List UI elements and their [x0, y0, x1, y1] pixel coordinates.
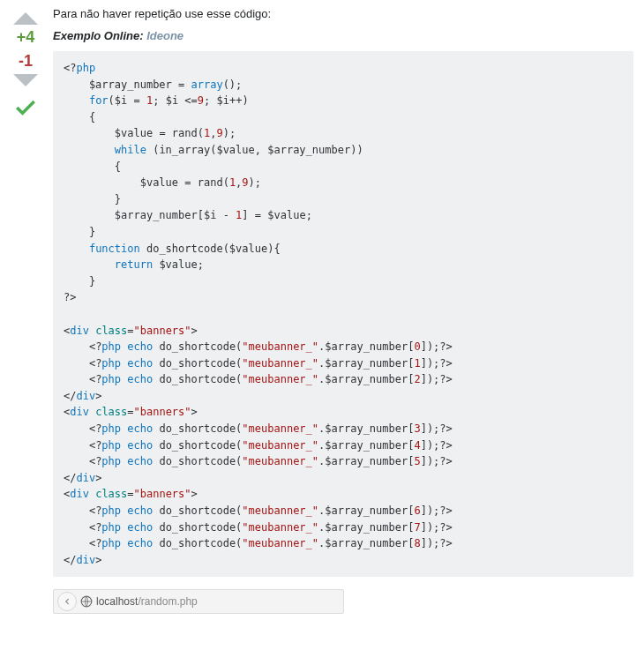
intro-text: Para não haver repetição use esse código…: [53, 7, 633, 20]
globe-icon: [80, 595, 93, 608]
upvote-icon[interactable]: [13, 12, 38, 25]
back-button[interactable]: [57, 592, 77, 611]
downvote-icon[interactable]: [13, 74, 38, 86]
accept-check-icon[interactable]: [13, 95, 38, 123]
vote-column: +4 -1: [7, 7, 44, 614]
code-block: <?php $array_number = array(); for($i = …: [53, 51, 633, 577]
vote-score-positive: +4: [17, 28, 35, 47]
example-link[interactable]: Ideone: [146, 29, 183, 42]
example-label: Exemplo Online:: [53, 29, 144, 42]
post-content: Para não haver repetição use esse código…: [44, 7, 633, 614]
vote-score-negative: -1: [19, 52, 33, 71]
url-host[interactable]: localhost: [96, 595, 138, 608]
browser-url-bar: localhost/random.php: [53, 589, 344, 614]
arrow-left-icon: [63, 597, 71, 606]
example-line: Exemplo Online: Ideone: [53, 29, 633, 42]
url-path[interactable]: /random.php: [138, 595, 197, 608]
